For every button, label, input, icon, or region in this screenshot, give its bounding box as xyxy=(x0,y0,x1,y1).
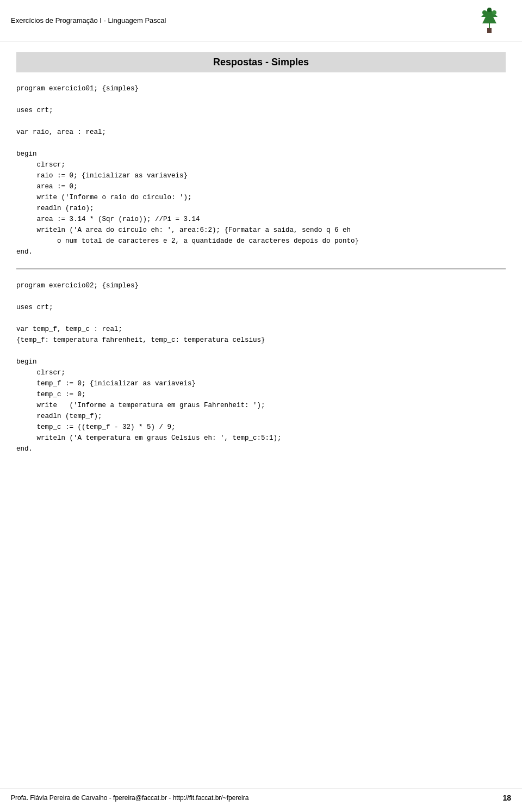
code-block-1: program exercicio01; {simples} uses crt;… xyxy=(16,83,506,257)
svg-point-1 xyxy=(482,10,487,15)
logo-area: FACCAT FACULDADES DE TAQUARA xyxy=(468,5,511,35)
section-title-bar: Respostas - Simples xyxy=(16,52,506,72)
svg-rect-4 xyxy=(487,28,492,33)
footer-text: Profa. Flávia Pereira de Carvalho - fper… xyxy=(11,794,248,802)
section-title: Respostas - Simples xyxy=(16,57,506,68)
svg-point-3 xyxy=(492,10,496,15)
faccat-logo: FACCAT FACULDADES DE TAQUARA xyxy=(469,7,510,34)
code-section-1: program exercicio01; {simples} uses crt;… xyxy=(16,83,506,257)
code-block-2: program exercicio02; {simples} uses crt;… xyxy=(16,280,506,454)
section-divider xyxy=(16,268,506,269)
svg-point-2 xyxy=(487,8,492,12)
header-title: Exercícios de Programação I - Linguagem … xyxy=(11,16,166,24)
page-header: Exercícios de Programação I - Linguagem … xyxy=(0,0,522,41)
code-section-2: program exercicio02; {simples} uses crt;… xyxy=(16,280,506,454)
page-number: 18 xyxy=(502,793,511,802)
page-footer: Profa. Flávia Pereira de Carvalho - fper… xyxy=(0,789,522,807)
